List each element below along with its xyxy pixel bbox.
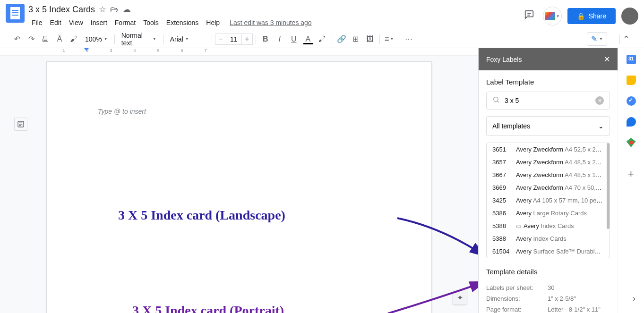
details-title: Template details: [486, 268, 610, 276]
menu-bar: File Edit View Insert Format Tools Exten…: [28, 16, 521, 29]
spellcheck-button[interactable]: Ă: [53, 33, 66, 45]
template-item[interactable]: 5386Avery Large Rotary Cards: [487, 207, 610, 220]
detail-value: Letter - 8-1/2" x 11": [548, 306, 601, 313]
template-item[interactable]: 3667Avery Zweckform A4 48,5 x 16,...: [487, 169, 610, 181]
document-page[interactable]: Type @ to insert: [46, 61, 432, 313]
sidebar: Foxy Labels ✕ Label Template ✕ All templ…: [478, 48, 618, 313]
detail-value: 30: [548, 284, 554, 291]
pencil-icon: ✎: [591, 34, 597, 43]
calendar-icon[interactable]: [627, 55, 636, 64]
last-edit-link[interactable]: Last edit was 3 minutes ago: [230, 19, 312, 26]
font-size-decrease[interactable]: −: [215, 34, 226, 45]
comment-button[interactable]: ⊞: [349, 33, 362, 45]
template-filter-dropdown[interactable]: All templates ⌄: [486, 116, 610, 136]
template-item[interactable]: 3669Avery Zweckform A4 70 x 50,8 ...: [487, 181, 610, 194]
template-name: Avery Surface Safe™ Durable l...: [516, 248, 604, 255]
italic-button[interactable]: I: [273, 33, 286, 45]
tasks-icon[interactable]: [627, 96, 636, 106]
template-code: 5388: [492, 222, 511, 229]
chevron-down-icon: ⌄: [598, 122, 604, 130]
expand-icon[interactable]: ›: [633, 294, 635, 304]
user-avatar[interactable]: [621, 8, 638, 25]
more-button[interactable]: ⋯: [402, 33, 415, 45]
toolbar: ↶ ↷ 🖶 Ă 🖌 100%▼ Normal text▼ Arial▼ − + …: [0, 30, 644, 48]
template-item[interactable]: 5388Avery Index Cards: [487, 232, 610, 245]
detail-value: 1" x 2-5/8": [548, 295, 576, 302]
keep-icon[interactable]: [627, 76, 636, 85]
document-area: 1 2 3 4 5 6 7 Type @ to insert 3 X 5 Ind…: [0, 48, 478, 313]
template-name: Avery A4 105 x 57 mm, 10 per ...: [516, 197, 604, 204]
zoom-dropdown[interactable]: 100%▼: [81, 34, 112, 45]
font-size-increase[interactable]: +: [241, 34, 253, 45]
document-title[interactable]: 3 x 5 Index Cards: [28, 5, 95, 15]
star-icon[interactable]: ☆: [99, 4, 106, 15]
template-list: 3651Avery Zweckform A4 52,5 x 29,...3657…: [486, 143, 610, 258]
print-button[interactable]: 🖶: [39, 33, 52, 45]
link-button[interactable]: 🔗: [335, 33, 348, 45]
lock-icon: 🔒: [577, 12, 585, 20]
menu-view[interactable]: View: [66, 17, 86, 28]
style-dropdown[interactable]: Normal text▼: [118, 30, 160, 49]
detail-label: Dimensions:: [486, 295, 548, 302]
menu-help[interactable]: Help: [203, 17, 223, 28]
menu-insert[interactable]: Insert: [87, 17, 111, 28]
sidebar-title: Foxy Labels: [486, 56, 522, 63]
redo-button[interactable]: ↷: [25, 33, 38, 45]
svg-point-8: [494, 97, 498, 102]
move-icon[interactable]: 🗁: [110, 5, 119, 15]
meet-icon[interactable]: ▼: [543, 7, 562, 25]
docs-logo[interactable]: [6, 4, 25, 23]
undo-button[interactable]: ↶: [10, 33, 24, 45]
font-size-input[interactable]: [226, 34, 241, 45]
annotation-landscape: 3 X 5 Index card (Landscape): [118, 208, 285, 223]
template-name: Avery Index Cards: [516, 235, 604, 242]
cloud-icon[interactable]: ☁: [122, 4, 131, 15]
svg-line-9: [498, 101, 499, 102]
right-rail: + ›: [618, 48, 644, 313]
contacts-icon[interactable]: [627, 117, 636, 127]
share-button[interactable]: 🔒 Share: [567, 8, 616, 24]
highlight-button[interactable]: 🖍: [316, 33, 329, 45]
paint-format-button[interactable]: 🖌: [67, 33, 80, 45]
menu-edit[interactable]: Edit: [47, 17, 65, 28]
search-box[interactable]: ✕: [486, 92, 610, 110]
bold-button[interactable]: B: [259, 33, 272, 45]
template-name: Avery Zweckform A4 52,5 x 29,...: [516, 146, 604, 153]
template-item[interactable]: 3425Avery A4 105 x 57 mm, 10 per ...: [487, 194, 610, 207]
section-label: Label Template: [486, 78, 610, 86]
template-item[interactable]: 3657Avery Zweckform A4 48,5 x 25,...: [487, 156, 610, 169]
clear-icon[interactable]: ✕: [595, 96, 604, 105]
template-name: ▭ Avery Index Cards: [516, 222, 604, 229]
image-button[interactable]: 🖼: [363, 33, 377, 45]
template-code: 3657: [492, 159, 511, 166]
template-code: 3667: [492, 171, 511, 178]
template-item[interactable]: 61504Avery Surface Safe™ Durable l...: [487, 245, 610, 258]
scrollbar[interactable]: [607, 143, 610, 229]
menu-file[interactable]: File: [28, 17, 46, 28]
maps-icon[interactable]: [627, 138, 636, 147]
ruler[interactable]: 1 2 3 4 5 6 7: [0, 48, 478, 56]
page-icon: ▭: [516, 223, 521, 229]
edit-mode-dropdown[interactable]: ✎ ▼: [587, 32, 607, 46]
menu-tools[interactable]: Tools: [140, 17, 162, 28]
align-button[interactable]: ≡▼: [383, 33, 396, 45]
comments-icon[interactable]: [521, 7, 537, 25]
menu-format[interactable]: Format: [112, 17, 139, 28]
detail-label: Page format:: [486, 306, 548, 313]
font-dropdown[interactable]: Arial▼: [166, 34, 209, 45]
search-input[interactable]: [505, 97, 591, 104]
template-item[interactable]: 5388▭ Avery Index Cards: [487, 220, 610, 232]
detail-row: Dimensions:1" x 2-5/8": [486, 293, 610, 304]
menu-extensions[interactable]: Extensions: [163, 17, 202, 28]
close-icon[interactable]: ✕: [604, 55, 610, 64]
add-icon[interactable]: +: [628, 168, 634, 180]
underline-button[interactable]: U: [287, 33, 301, 45]
template-details: Template details Labels per sheet:30Dime…: [486, 268, 610, 313]
collapse-toolbar-icon[interactable]: ⌃: [623, 34, 630, 44]
outline-button[interactable]: [14, 118, 27, 131]
text-color-button[interactable]: A: [301, 33, 315, 45]
detail-row: Labels per sheet:30: [486, 282, 610, 293]
detail-label: Labels per sheet:: [486, 284, 548, 291]
template-code: 3651: [492, 146, 511, 153]
template-item[interactable]: 3651Avery Zweckform A4 52,5 x 29,...: [487, 143, 610, 156]
